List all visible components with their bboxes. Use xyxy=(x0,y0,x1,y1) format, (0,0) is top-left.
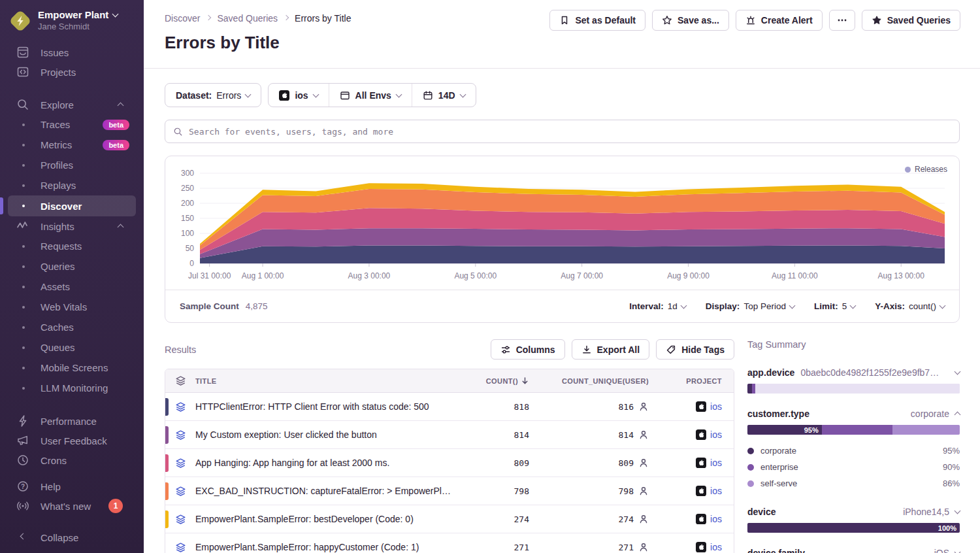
table-row[interactable]: EmpowerPlant.SampleError: bestDeveloper … xyxy=(165,505,734,533)
stacked-area-chart[interactable]: 050100150200250300Jul 31 00:00Aug 1 00:0… xyxy=(165,156,959,287)
sidebar-collapse-button[interactable]: Collapse xyxy=(0,528,144,547)
bullet-icon xyxy=(22,306,25,309)
sidebar-item-discover[interactable]: Discover xyxy=(8,195,136,216)
error-title[interactable]: EmpowerPlant.SampleError: bestDeveloper … xyxy=(195,514,464,524)
search-input[interactable] xyxy=(189,127,951,137)
sidebar-item-profiles[interactable]: Profiles xyxy=(8,155,136,175)
error-title[interactable]: EXC_BAD_INSTRUCTION: captureFatalError: … xyxy=(195,486,464,496)
project-link[interactable]: ios xyxy=(710,514,722,524)
chevron-down-icon xyxy=(955,508,961,514)
project-link[interactable]: ios xyxy=(710,542,722,552)
tag-icon xyxy=(666,344,676,355)
page-filter-group: ios All Envs 14D xyxy=(268,83,476,107)
interval-selector[interactable]: Interval: 1d xyxy=(629,301,686,311)
tag-toggle[interactable]: device.family iOS xyxy=(747,548,960,553)
tag-legend-item[interactable]: corporate 95% xyxy=(747,443,960,459)
column-header-title[interactable]: TITLE xyxy=(195,377,464,385)
chart-legend[interactable]: Releases xyxy=(905,165,947,174)
table-row[interactable]: App Hanging: App hanging for at least 20… xyxy=(165,449,734,477)
limit-selector[interactable]: Limit: 5 xyxy=(814,301,855,311)
export-all-button[interactable]: Export All xyxy=(572,339,650,360)
sidebar-item-label: Discover xyxy=(41,201,82,212)
dataset-selector[interactable]: Dataset: Errors xyxy=(165,83,261,107)
tag-toggle[interactable]: app.device 0baebc0de4982f1255f2e9e9fb7… xyxy=(747,367,960,378)
tag-distribution-bar[interactable] xyxy=(747,384,960,394)
svg-text:Jul 31 00:00: Jul 31 00:00 xyxy=(188,271,231,280)
tag-toggle[interactable]: customer.type corporate xyxy=(747,409,960,419)
table-row[interactable]: HTTPClientError: HTTP Client Error with … xyxy=(165,393,734,421)
layers-icon[interactable] xyxy=(175,458,186,469)
more-options-button[interactable] xyxy=(829,10,855,31)
beta-badge: beta xyxy=(103,140,129,150)
create-alert-button[interactable]: Create Alert xyxy=(736,10,823,31)
layers-icon[interactable] xyxy=(175,429,186,441)
tag-distribution-bar[interactable]: 100% xyxy=(747,523,960,533)
results-area: Results Columns Export All xyxy=(165,339,960,553)
sidebar-item-traces[interactable]: Traces beta xyxy=(8,114,136,135)
filter-bar: Dataset: Errors ios All Envs xyxy=(165,83,960,107)
sidebar-section-explore[interactable]: Explore xyxy=(0,95,144,114)
table-row[interactable]: EmpowerPlant.SampleError: happyCustomer … xyxy=(165,533,734,553)
project-link[interactable]: ios xyxy=(710,429,722,440)
svg-text:Aug 1 00:00: Aug 1 00:00 xyxy=(242,271,284,280)
sidebar-item-web-vitals[interactable]: Web Vitals xyxy=(8,297,136,317)
table-row[interactable]: EXC_BAD_INSTRUCTION: captureFatalError: … xyxy=(165,477,734,505)
column-header-count-unique[interactable]: COUNT_UNIQUE(USER) xyxy=(536,377,657,385)
sidebar-item-label: User Feedback xyxy=(41,435,107,446)
project-link[interactable]: ios xyxy=(710,486,722,496)
display-selector[interactable]: Display: Top Period xyxy=(706,301,794,311)
tag-legend-item[interactable]: self-serve 86% xyxy=(747,475,960,492)
sidebar-section-insights[interactable]: Insights xyxy=(0,216,144,236)
set-as-default-button[interactable]: Set as Default xyxy=(549,10,645,31)
save-as-button[interactable]: Save as... xyxy=(652,10,729,31)
breadcrumb-saved-queries[interactable]: Saved Queries xyxy=(217,13,278,24)
layers-icon[interactable] xyxy=(175,486,186,497)
project-link[interactable]: ios xyxy=(710,401,722,412)
svg-text:Aug 5 00:00: Aug 5 00:00 xyxy=(454,271,497,280)
sidebar-item-mobile-screens[interactable]: Mobile Screens xyxy=(8,358,136,378)
date-range-filter[interactable]: 14D xyxy=(412,84,476,107)
sidebar-item-crons[interactable]: Crons xyxy=(0,450,144,470)
project-filter[interactable]: ios xyxy=(269,84,328,107)
sidebar-item-replays[interactable]: Replays xyxy=(8,175,136,195)
error-title[interactable]: EmpowerPlant.SampleError: happyCustomer … xyxy=(195,542,464,552)
saved-queries-button[interactable]: Saved Queries xyxy=(862,10,960,31)
sidebar-item-assets[interactable]: Assets xyxy=(8,276,136,297)
environment-filter[interactable]: All Envs xyxy=(329,84,412,107)
layers-icon[interactable] xyxy=(175,514,186,525)
sidebar-item-user-feedback[interactable]: User Feedback xyxy=(0,431,144,450)
sidebar-item-requests[interactable]: Requests xyxy=(8,236,136,256)
sidebar-item-metrics[interactable]: Metrics beta xyxy=(8,135,136,155)
breadcrumb-current: Errors by Title xyxy=(295,13,351,24)
error-title[interactable]: App Hanging: App hanging for at least 20… xyxy=(195,458,464,468)
tag-toggle[interactable]: device iPhone14,5 xyxy=(747,507,960,517)
sidebar-item-caches[interactable]: Caches xyxy=(8,317,136,337)
sidebar-item-performance[interactable]: Performance xyxy=(0,411,144,431)
layers-icon[interactable] xyxy=(175,401,186,412)
column-header-count[interactable]: COUNT() xyxy=(464,377,536,385)
sidebar-item-queues[interactable]: Queues xyxy=(8,337,136,358)
layers-icon[interactable] xyxy=(175,542,186,553)
breadcrumb-discover[interactable]: Discover xyxy=(165,13,200,24)
sidebar-item-queries[interactable]: Queries xyxy=(8,256,136,276)
org-switcher[interactable]: Empower Plant Jane Schmidt xyxy=(0,0,144,32)
count-value: 798 xyxy=(464,486,536,496)
y-axis-selector[interactable]: Y-Axis: count() xyxy=(875,301,945,311)
sidebar-item-help[interactable]: Help xyxy=(0,477,144,496)
error-title[interactable]: My Custom exeption: User clicked the but… xyxy=(195,429,464,440)
project-link[interactable]: ios xyxy=(710,458,722,468)
tag-legend-item[interactable]: enterprise 90% xyxy=(747,459,960,475)
sidebar-item-issues[interactable]: Issues xyxy=(0,42,144,62)
columns-button[interactable]: Columns xyxy=(491,339,565,360)
sidebar-item-llm-monitoring[interactable]: LLM Monitoring xyxy=(8,378,136,398)
tag-distribution-bar[interactable]: 95% xyxy=(747,425,960,435)
column-header-project[interactable]: PROJECT xyxy=(657,377,734,385)
table-row[interactable]: My Custom exeption: User clicked the but… xyxy=(165,421,734,449)
sidebar-item-label: Web Vitals xyxy=(41,301,87,312)
error-title[interactable]: HTTPClientError: HTTP Client Error with … xyxy=(195,401,464,412)
hide-tags-button[interactable]: Hide Tags xyxy=(656,339,734,360)
person-icon xyxy=(638,514,649,524)
chevron-right-icon xyxy=(206,14,211,20)
sidebar-item-whats-new[interactable]: What's new 1 xyxy=(0,496,144,516)
sidebar-item-projects[interactable]: Projects xyxy=(0,62,144,82)
